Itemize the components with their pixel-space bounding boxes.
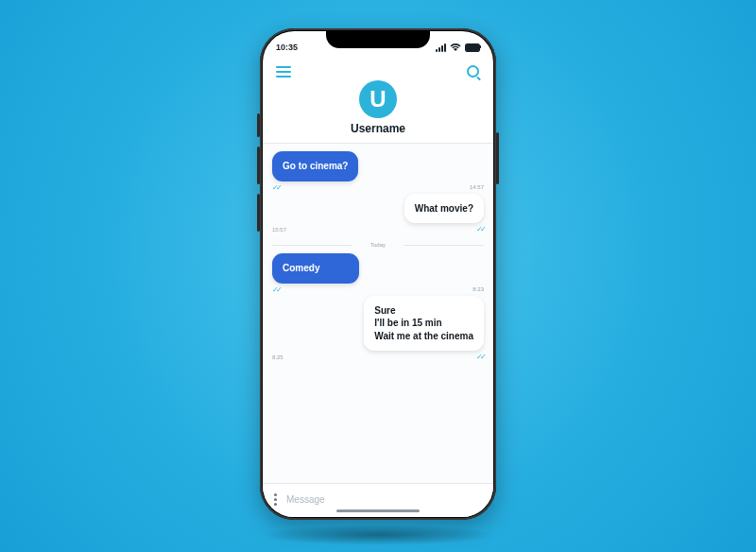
read-ticks-icon: ✓✓ (476, 225, 484, 233)
message-time: 8:25 (272, 354, 284, 360)
more-options-icon[interactable] (274, 493, 277, 506)
message-meta: ✓✓ 15:57 (272, 225, 484, 233)
profile-header: U Username (263, 78, 493, 144)
read-ticks-icon: ✓✓ (272, 183, 280, 192)
message-row: Go to cinema? ✓✓ 14:57 (272, 151, 484, 192)
message-input[interactable]: Message (286, 494, 482, 505)
message-text: Wait me at the cinema (374, 330, 473, 343)
top-bar (263, 60, 493, 78)
message-row: Comedy ✓✓ 8:23 (272, 253, 484, 294)
screen: 10:35 U Username (263, 31, 493, 517)
message-time: 8:23 (472, 286, 484, 292)
status-time: 10:35 (276, 43, 298, 52)
home-indicator[interactable] (336, 509, 420, 512)
hamburger-menu-icon[interactable] (276, 66, 291, 78)
message-time: 15:57 (272, 227, 286, 233)
message-meta: ✓✓ 8:23 (272, 285, 484, 294)
battery-icon (465, 43, 480, 52)
avatar[interactable]: U (359, 80, 397, 118)
wifi-icon (450, 43, 461, 51)
message-meta: ✓✓ 8:25 (272, 353, 484, 361)
message-bubble-sent[interactable]: Go to cinema? (272, 151, 358, 181)
message-bubble-received[interactable]: Sure I'll be in 15 min Wait me at the ci… (364, 296, 484, 352)
read-ticks-icon: ✓✓ (272, 285, 280, 294)
message-bubble-sent[interactable]: Comedy (272, 253, 359, 284)
message-text: I'll be in 15 min (374, 317, 473, 330)
message-row: Sure I'll be in 15 min Wait me at the ci… (272, 296, 484, 362)
read-ticks-icon: ✓✓ (476, 353, 484, 361)
side-button-vol-down (257, 194, 260, 232)
phone-frame: 10:35 U Username (260, 28, 496, 520)
message-text: Go to cinema? (283, 160, 348, 173)
search-icon[interactable] (467, 65, 480, 78)
phone-shadow (260, 525, 496, 545)
date-divider: Today (272, 242, 484, 248)
background: 10:35 U Username (0, 0, 756, 552)
message-meta: ✓✓ 14:57 (272, 183, 484, 192)
message-bubble-received[interactable]: What movie? (404, 194, 484, 224)
message-text: What movie? (415, 202, 473, 216)
side-button-mute (257, 113, 260, 137)
message-time: 14:57 (470, 184, 484, 190)
signal-icon (436, 43, 446, 52)
message-text: Comedy (283, 262, 349, 275)
notch (326, 31, 430, 48)
message-text: Sure (374, 304, 473, 318)
message-row: What movie? ✓✓ 15:57 (272, 194, 484, 234)
side-button-vol-up (257, 147, 260, 184)
status-indicators (436, 43, 480, 52)
side-button-power (496, 132, 499, 184)
username-label: Username (263, 122, 493, 135)
chat-area: Go to cinema? ✓✓ 14:57 What movie? ✓✓ 15… (263, 144, 493, 483)
